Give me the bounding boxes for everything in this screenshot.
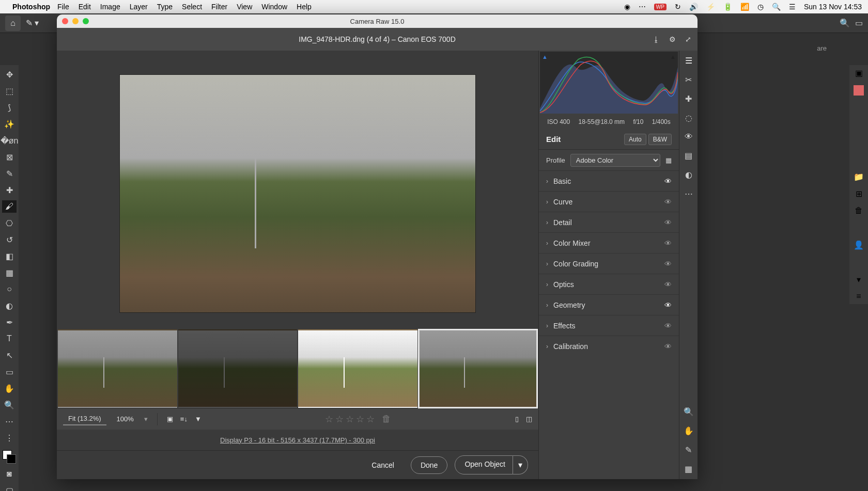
zoom-100-button[interactable]: 100% bbox=[114, 413, 137, 425]
frame-tool-icon[interactable]: ⊠ bbox=[2, 151, 17, 163]
save-icon[interactable]: ⭳ bbox=[653, 35, 660, 43]
heal-icon[interactable]: ✚ bbox=[685, 94, 692, 104]
split-view-icon[interactable]: ◫ bbox=[526, 415, 532, 423]
section-detail[interactable]: ›Detail 👁 bbox=[539, 212, 679, 232]
move-tool-icon[interactable]: ✥ bbox=[2, 68, 17, 81]
cancel-button[interactable]: Cancel bbox=[362, 457, 404, 473]
bw-button[interactable]: B&W bbox=[648, 134, 672, 145]
section-geometry[interactable]: ›Geometry 👁 bbox=[539, 294, 679, 315]
status-wifi-icon[interactable]: 📶 bbox=[740, 3, 749, 11]
type-tool-icon[interactable]: T bbox=[2, 332, 17, 345]
eye-icon[interactable]: 👁 bbox=[664, 177, 672, 185]
gradient-tool-icon[interactable]: ▦ bbox=[2, 266, 17, 279]
preview-area[interactable] bbox=[57, 51, 538, 329]
thumbnail-2[interactable] bbox=[178, 329, 298, 408]
dodge-tool-icon[interactable]: ◐ bbox=[2, 299, 17, 312]
eye-icon[interactable]: 👁 bbox=[664, 260, 672, 268]
star-1-icon[interactable]: ☆ bbox=[325, 414, 333, 425]
thumbnail-1[interactable] bbox=[58, 329, 177, 408]
wand-tool-icon[interactable]: ✨ bbox=[2, 118, 17, 130]
zoom-dropdown-icon[interactable]: ▾ bbox=[144, 415, 148, 423]
more-tools-icon[interactable]: ⋯ bbox=[2, 415, 17, 427]
status-battery-icon[interactable]: 🔋 bbox=[723, 3, 732, 11]
section-optics[interactable]: ›Optics 👁 bbox=[539, 274, 679, 294]
zoom-window-icon[interactable] bbox=[83, 18, 89, 24]
profile-select[interactable]: Adobe Color bbox=[570, 154, 660, 167]
sampler-icon[interactable]: ✎ bbox=[685, 445, 692, 455]
menu-view[interactable]: View bbox=[237, 3, 252, 11]
heal-tool-icon[interactable]: ✚ bbox=[2, 184, 17, 196]
folder-icon[interactable]: 📁 bbox=[854, 172, 864, 182]
eye-icon[interactable]: 👁 bbox=[664, 280, 672, 289]
menu-layer[interactable]: Layer bbox=[130, 3, 148, 11]
section-color-grading[interactable]: ›Color Grading 👁 bbox=[539, 253, 679, 274]
eye-icon[interactable]: 👁 bbox=[664, 239, 672, 247]
app-name[interactable]: Photoshop bbox=[12, 3, 50, 11]
done-button[interactable]: Done bbox=[411, 456, 447, 474]
image-info-link[interactable]: Display P3 - 16 bit - 5156 x 3437 (17.7M… bbox=[220, 436, 375, 444]
eye-icon[interactable]: 👁 bbox=[664, 218, 672, 227]
status-bluetooth-icon[interactable]: ⚡ bbox=[706, 3, 715, 11]
eyedropper-tool-icon[interactable]: ✎ bbox=[2, 167, 17, 180]
star-4-icon[interactable]: ☆ bbox=[356, 414, 364, 425]
share-button[interactable]: are bbox=[817, 44, 827, 52]
list-icon[interactable]: ≡ bbox=[856, 292, 861, 301]
lasso-tool-icon[interactable]: ⟆ bbox=[2, 101, 17, 114]
swatches-panel-icon[interactable] bbox=[854, 85, 864, 96]
menubar-datetime[interactable]: Sun 13 Nov 14:53 bbox=[804, 3, 862, 11]
window-titlebar[interactable]: Camera Raw 15.0 bbox=[57, 14, 698, 28]
eye-icon[interactable]: 👁 bbox=[664, 322, 672, 330]
menu-help[interactable]: Help bbox=[297, 3, 312, 11]
eye-icon[interactable]: 👁 bbox=[664, 198, 672, 206]
status-spotlight-icon[interactable]: 🔍 bbox=[772, 3, 781, 11]
rating-stars[interactable]: ☆ ☆ ☆ ☆ ☆ 🗑 bbox=[325, 414, 391, 425]
highlight-clip-icon[interactable]: ▲ bbox=[670, 54, 676, 60]
chevron-down-icon[interactable]: ▾ bbox=[857, 275, 861, 284]
search-icon[interactable]: 🔍 bbox=[840, 18, 850, 28]
history-brush-tool-icon[interactable]: ↺ bbox=[2, 233, 17, 246]
mask-icon[interactable]: ◌ bbox=[685, 113, 692, 123]
status-badge-icon[interactable]: WP bbox=[654, 4, 667, 10]
eraser-tool-icon[interactable]: ◧ bbox=[2, 250, 17, 262]
shadow-clip-icon[interactable]: ▲ bbox=[542, 54, 548, 60]
status-record-icon[interactable]: ◉ bbox=[624, 3, 630, 11]
eye-icon[interactable]: 👁 bbox=[664, 342, 672, 351]
menu-file[interactable]: File bbox=[57, 3, 69, 11]
blur-tool-icon[interactable]: ○ bbox=[2, 283, 17, 295]
single-view-icon[interactable]: ▯ bbox=[515, 415, 519, 423]
filter-icon[interactable]: ▼ bbox=[195, 415, 202, 423]
menu-image[interactable]: Image bbox=[100, 3, 120, 11]
star-5-icon[interactable]: ☆ bbox=[366, 414, 375, 425]
workspace-icon[interactable]: ▭ bbox=[855, 18, 863, 28]
quickmask-icon[interactable]: ◙ bbox=[2, 468, 17, 480]
thumbnail-4[interactable] bbox=[419, 329, 538, 408]
hand-icon[interactable]: ✋ bbox=[684, 426, 694, 436]
grid-icon[interactable]: ▦ bbox=[685, 464, 692, 474]
zoom-icon[interactable]: 🔍 bbox=[684, 407, 694, 417]
menu-type[interactable]: Type bbox=[157, 3, 173, 11]
brush-tool-icon[interactable]: 🖌 bbox=[2, 200, 17, 213]
status-control-center-icon[interactable]: ☰ bbox=[789, 3, 796, 11]
path-select-tool-icon[interactable]: ↖ bbox=[2, 349, 17, 361]
menu-select[interactable]: Select bbox=[182, 3, 202, 11]
color-swatches[interactable] bbox=[3, 450, 16, 464]
reject-icon[interactable]: 🗑 bbox=[382, 414, 391, 425]
zoom-tool-icon[interactable]: 🔍 bbox=[2, 399, 17, 411]
pen-tool-icon[interactable]: ✒ bbox=[2, 316, 17, 328]
color-panel-icon[interactable]: ▣ bbox=[855, 68, 863, 78]
status-sync-icon[interactable]: ↻ bbox=[675, 3, 681, 11]
crop-icon[interactable]: ✂ bbox=[685, 75, 692, 85]
close-window-icon[interactable] bbox=[62, 18, 68, 24]
home-icon[interactable]: ⌂ bbox=[5, 15, 21, 31]
presets-icon[interactable]: ◐ bbox=[685, 170, 692, 180]
menu-window[interactable]: Window bbox=[261, 3, 287, 11]
snapshot-icon[interactable]: ▤ bbox=[685, 151, 692, 161]
minimize-window-icon[interactable] bbox=[72, 18, 79, 24]
section-calibration[interactable]: ›Calibration 👁 bbox=[539, 336, 679, 356]
status-clock-icon[interactable]: ◷ bbox=[757, 3, 764, 11]
traffic-lights[interactable] bbox=[62, 18, 89, 24]
section-color-mixer[interactable]: ›Color Mixer 👁 bbox=[539, 232, 679, 253]
new-doc-icon[interactable]: ⊞ bbox=[856, 189, 862, 199]
thumbnail-3[interactable] bbox=[298, 329, 417, 408]
sort-icon[interactable]: ≡↓ bbox=[180, 415, 188, 423]
